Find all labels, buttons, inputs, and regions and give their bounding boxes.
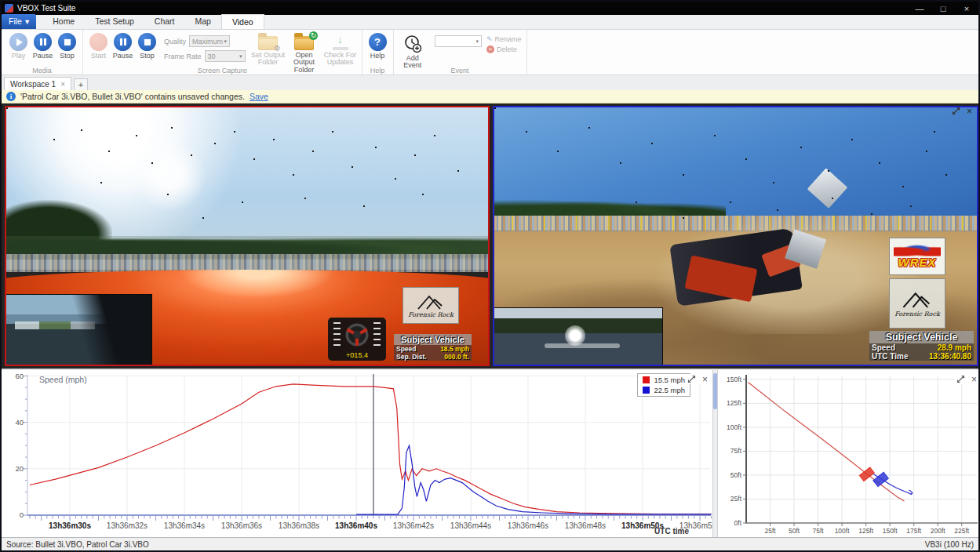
svg-text:100ft: 100ft xyxy=(835,527,851,535)
svg-text:13h36m44s: 13h36m44s xyxy=(450,521,491,530)
event-select[interactable]: ▾ xyxy=(435,35,482,47)
chart-splitter[interactable] xyxy=(712,370,718,537)
right-video-panel[interactable]: WREX Forensic Rock Subject Vehicle Speed… xyxy=(493,106,978,366)
close-panel-icon[interactable]: × xyxy=(971,376,977,383)
svg-text:60: 60 xyxy=(15,372,24,380)
notification-text: 'Patrol Car 3i.VBO, Bullet 3i.VBO' conta… xyxy=(20,92,245,101)
check-for-updates-button[interactable]: ↓ Check For Updates xyxy=(322,31,359,67)
screen-capture-group-caption: Screen Capture xyxy=(83,67,362,74)
forensic-rock-logo: Forensic Rock xyxy=(403,287,459,324)
svg-text:20: 20 xyxy=(15,464,24,473)
close-button[interactable]: × xyxy=(955,4,978,13)
debris xyxy=(494,107,496,109)
tab-test-setup[interactable]: Test Setup xyxy=(85,14,144,29)
svg-text:225ft: 225ft xyxy=(954,527,970,535)
rename-icon: ✎ xyxy=(486,35,493,43)
app-window: VBOX Test Suite — □ × File ▾ Home Test S… xyxy=(0,0,980,552)
menu-bar: File ▾ Home Test Setup Chart Map Video xyxy=(2,15,978,30)
file-label: File xyxy=(9,14,22,29)
steering-angle-value: +015.4 xyxy=(328,352,386,359)
scrollbar-thumb[interactable] xyxy=(713,373,717,409)
workspace-tab[interactable]: Workspace 1 × xyxy=(4,77,71,90)
svg-text:75ft: 75ft xyxy=(812,527,824,535)
ribbon-group-event: Add Event ▾ ✎ Rename × Delete Event xyxy=(394,30,527,74)
info-icon: i xyxy=(6,92,16,101)
expand-icon[interactable] xyxy=(956,375,965,383)
workspace-tab-bar: Workspace 1 × + xyxy=(2,75,978,90)
help-group-caption: Help xyxy=(362,67,393,74)
pause-button[interactable]: Pause xyxy=(31,31,55,60)
pause-icon xyxy=(114,33,132,51)
minimize-button[interactable]: — xyxy=(908,4,931,13)
speed-chart[interactable]: 020406013h36m30s13h36m32s13h36m34s13h36m… xyxy=(2,370,712,537)
folder-open-icon: ↻ xyxy=(294,36,314,50)
chart-legend: 15.5 mph 22.5 mph xyxy=(637,373,690,397)
left-video-panel[interactable]: +015.4 Forensic Rock Subject Vehicle Spe… xyxy=(5,106,490,366)
close-panel-icon[interactable]: × xyxy=(702,376,708,383)
ribbon-group-screen-capture: Start Pause Stop Quality Maximum ▾ xyxy=(83,30,362,74)
subject-vehicle-overlay: Subject Vehicle Speed28.9 mph UTC Time13… xyxy=(869,331,974,361)
app-icon xyxy=(5,4,13,13)
help-button[interactable]: ? Help xyxy=(366,31,390,60)
play-button[interactable]: Play xyxy=(6,31,31,60)
set-output-folder-button[interactable]: ⚙ Set Output Folder xyxy=(250,31,286,67)
expand-icon[interactable] xyxy=(687,375,696,383)
delete-icon: × xyxy=(486,45,494,53)
add-workspace-button[interactable]: + xyxy=(74,78,88,90)
svg-text:25ft: 25ft xyxy=(764,527,776,535)
play-icon xyxy=(9,33,27,51)
svg-text:0: 0 xyxy=(20,510,24,519)
stop-icon xyxy=(138,33,156,51)
svg-text:0ft: 0ft xyxy=(734,519,742,527)
separation-chart[interactable]: 0ft25ft50ft75ft100ft125ft150ft25ft50ft75… xyxy=(718,370,980,537)
tab-home[interactable]: Home xyxy=(42,14,85,29)
capture-stop-button[interactable]: Stop xyxy=(135,31,159,60)
maximize-button[interactable]: □ xyxy=(931,4,955,13)
expand-icon[interactable] xyxy=(952,107,960,115)
svg-text:75ft: 75ft xyxy=(730,447,742,455)
help-icon: ? xyxy=(369,33,387,51)
speed-chart-panel[interactable]: 020406013h36m30s13h36m32s13h36m34s13h36m… xyxy=(2,370,712,537)
svg-text:125ft: 125ft xyxy=(858,527,874,535)
legend-swatch-red xyxy=(643,376,650,383)
svg-text:200ft: 200ft xyxy=(931,527,946,535)
status-device: VB3i (100 Hz) xyxy=(925,540,974,549)
chevron-down-icon: ▾ xyxy=(25,14,29,29)
chart-title: Speed (mph) xyxy=(39,375,87,384)
svg-text:150ft: 150ft xyxy=(883,527,898,535)
quality-select[interactable]: Maximum ▾ xyxy=(189,35,230,47)
record-icon xyxy=(89,33,107,51)
separation-chart-panel[interactable]: 0ft25ft50ft75ft100ft125ft150ft25ft50ft75… xyxy=(718,370,980,537)
quality-label: Quality xyxy=(164,38,186,45)
save-link[interactable]: Save xyxy=(250,92,268,101)
separation-chart-controls: × xyxy=(955,374,978,384)
file-menu-button[interactable]: File ▾ xyxy=(2,14,36,29)
svg-text:25ft: 25ft xyxy=(730,495,742,503)
frame-rate-select[interactable]: 30 ▾ xyxy=(205,50,246,62)
svg-text:13h36m40s: 13h36m40s xyxy=(335,521,377,530)
close-tab-icon[interactable]: × xyxy=(60,80,65,89)
steering-wheel-icon xyxy=(344,321,370,348)
close-panel-icon[interactable]: × xyxy=(967,107,972,115)
stop-button[interactable]: Stop xyxy=(55,31,79,60)
ribbon-group-media: Play Pause Stop Media xyxy=(2,30,83,74)
chevron-down-icon: ▾ xyxy=(224,38,228,45)
tab-chart[interactable]: Chart xyxy=(144,14,185,29)
tab-video[interactable]: Video xyxy=(221,14,264,29)
capture-pause-button[interactable]: Pause xyxy=(111,31,135,60)
status-bar: Source: Bullet 3i.VBO, Patrol Car 3i.VBO… xyxy=(2,537,978,550)
svg-text:100ft: 100ft xyxy=(727,423,742,431)
ribbon-group-help: ? Help Help xyxy=(362,30,394,74)
svg-text:13h36m42s: 13h36m42s xyxy=(393,521,434,530)
svg-text:13h36m46s: 13h36m46s xyxy=(508,521,548,530)
rename-event-button[interactable]: ✎ Rename xyxy=(486,35,522,43)
x-axis-label: UTC time xyxy=(654,527,689,536)
delete-event-button[interactable]: × Delete xyxy=(486,45,522,53)
tab-map[interactable]: Map xyxy=(185,14,221,29)
status-source: Source: Bullet 3i.VBO, Patrol Car 3i.VBO xyxy=(6,540,149,549)
svg-text:13h36m30s: 13h36m30s xyxy=(49,521,91,530)
add-event-button[interactable]: Add Event xyxy=(397,31,428,70)
left-video-inset xyxy=(6,294,152,365)
media-group-caption: Media xyxy=(2,67,82,74)
capture-start-button[interactable]: Start xyxy=(86,31,111,60)
